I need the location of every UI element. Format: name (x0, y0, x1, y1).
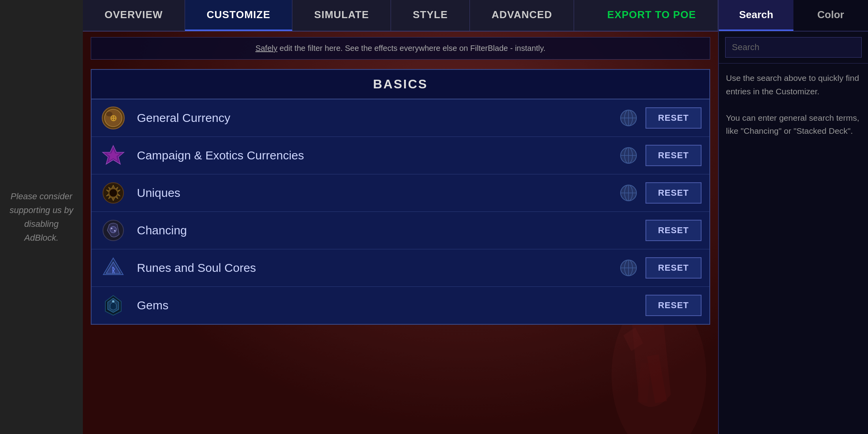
search-help-text: Use the search above to quickly find ent… (719, 64, 868, 146)
chancing-actions: RESET (645, 220, 702, 241)
search-input[interactable] (725, 37, 862, 58)
filter-item-runes-soul-cores[interactable]: ᚱ Runes and Soul Cores RESET (92, 249, 709, 287)
basics-section: BASICS ⊕ General Currency (91, 69, 710, 325)
chancing-icon (99, 217, 127, 244)
tab-overview[interactable]: OVERVIEW (83, 0, 185, 31)
uniques-reset-button[interactable]: RESET (645, 182, 702, 204)
runes-soul-cores-actions: RESET (619, 257, 702, 279)
campaign-exotics-icon (99, 142, 127, 169)
gems-label: Gems (137, 299, 645, 312)
runes-soul-cores-reset-button[interactable]: RESET (645, 257, 702, 279)
campaign-exotics-label: Campaign & Exotics Currencies (137, 149, 619, 162)
runes-soul-cores-globe-icon[interactable] (619, 258, 638, 278)
tab-customize[interactable]: CUSTOMIZE (185, 0, 293, 31)
uniques-globe-icon[interactable] (619, 183, 638, 203)
svg-text:ᚱ: ᚱ (111, 266, 116, 274)
main-content: OVERVIEW CUSTOMIZE SIMULATE STYLE ADVANC… (83, 0, 718, 434)
tab-search[interactable]: Search (719, 0, 793, 31)
search-input-wrap (719, 32, 868, 64)
general-currency-reset-button[interactable]: RESET (645, 107, 702, 129)
svg-rect-36 (647, 354, 667, 403)
campaign-exotics-globe-icon[interactable] (619, 146, 638, 165)
tab-advanced[interactable]: ADVANCED (470, 0, 574, 31)
svg-point-15 (109, 189, 117, 197)
filter-item-campaign-exotics[interactable]: Campaign & Exotics Currencies RESET (92, 137, 709, 174)
svg-point-3 (106, 112, 112, 116)
gems-reset-button[interactable]: RESET (645, 295, 702, 316)
tab-style[interactable]: STYLE (391, 0, 470, 31)
general-currency-icon: ⊕ (99, 104, 127, 132)
filter-item-general-currency[interactable]: ⊕ General Currency RESET (92, 99, 709, 137)
runes-soul-cores-label: Runes and Soul Cores (137, 261, 619, 275)
general-currency-label: General Currency (137, 111, 619, 125)
campaign-exotics-reset-button[interactable]: RESET (645, 145, 702, 166)
right-panel: Search Color Use the search above to qui… (718, 0, 868, 434)
adblock-message: Please consider supporting us by disabli… (8, 189, 75, 245)
info-bar: Safely edit the filter here. See the eff… (91, 37, 710, 60)
nav-bar: OVERVIEW CUSTOMIZE SIMULATE STYLE ADVANC… (83, 0, 718, 32)
svg-point-34 (112, 300, 114, 303)
campaign-exotics-actions: RESET (619, 145, 702, 166)
filter-item-gems[interactable]: Gems RESET (92, 287, 709, 324)
basics-header: BASICS (92, 70, 709, 99)
general-currency-actions: RESET (619, 107, 702, 129)
left-sidebar: Please consider supporting us by disabli… (0, 0, 83, 434)
tab-export[interactable]: EXPORT TO POE (586, 0, 718, 31)
uniques-icon (99, 179, 127, 207)
tab-color[interactable]: Color (793, 0, 868, 31)
svg-point-22 (111, 228, 112, 229)
gems-actions: RESET (645, 295, 702, 316)
chancing-label: Chancing (137, 224, 645, 237)
filter-item-chancing[interactable]: Chancing RESET (92, 212, 709, 249)
general-currency-globe-icon[interactable] (619, 108, 638, 128)
filter-item-uniques[interactable]: Uniques RESET (92, 174, 709, 212)
chancing-reset-button[interactable]: RESET (645, 220, 702, 241)
uniques-label: Uniques (137, 186, 619, 200)
uniques-actions: RESET (619, 182, 702, 204)
svg-point-21 (110, 226, 116, 233)
right-tabs: Search Color (719, 0, 868, 32)
info-text: Safely edit the filter here. See the eff… (255, 44, 545, 52)
gems-icon (99, 292, 127, 319)
svg-rect-37 (638, 363, 651, 403)
svg-point-23 (114, 230, 116, 232)
tab-simulate[interactable]: SIMULATE (292, 0, 391, 31)
runes-soul-cores-icon: ᚱ (99, 254, 127, 282)
